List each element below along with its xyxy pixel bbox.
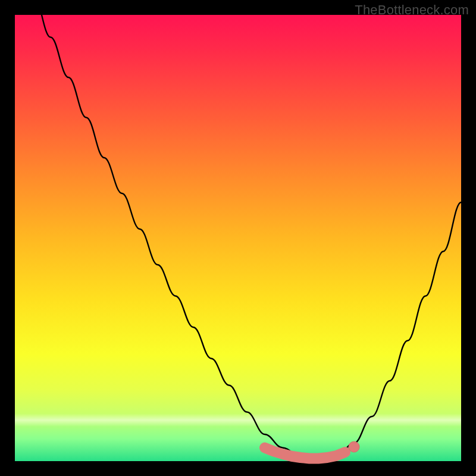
chart-frame: TheBottleneck.com bbox=[0, 0, 476, 476]
optimal-range-dot bbox=[349, 441, 359, 452]
curve-svg bbox=[15, 15, 461, 461]
optimal-range-segment bbox=[265, 448, 345, 459]
plot-area bbox=[15, 15, 461, 461]
optimal-range-markers bbox=[265, 441, 359, 459]
bottleneck-curve bbox=[15, 0, 461, 461]
